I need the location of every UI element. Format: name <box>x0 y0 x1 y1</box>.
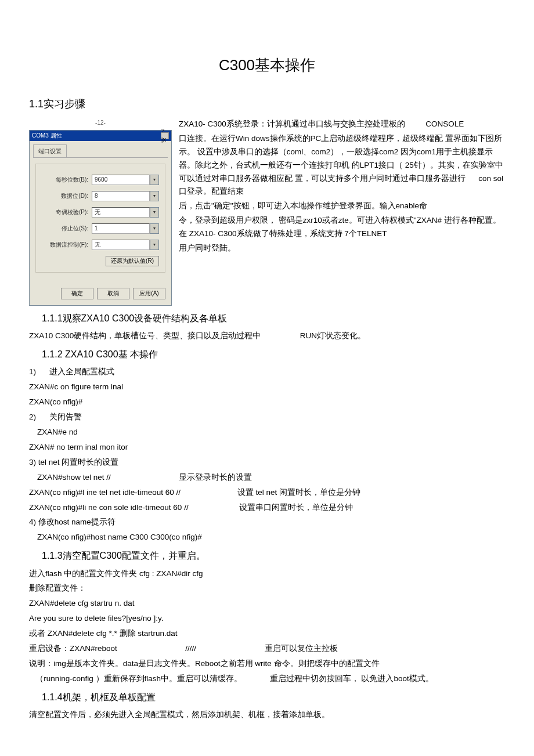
intro-word-console: CONSOLE <box>425 120 464 128</box>
step-num: 1) <box>29 367 36 376</box>
cancel-button[interactable]: 取消 <box>97 288 129 299</box>
chevron-down-icon[interactable]: ▾ <box>150 207 159 218</box>
cli-line: 重启设备：ZXAN#reboot <box>29 644 117 653</box>
chevron-down-icon[interactable]: ▾ <box>150 223 159 234</box>
dialog-titlebar: COM3 属性 ?|X <box>30 131 171 141</box>
s111-text: ZXA10 C300硬件结构，单板槽位号、类型、接口以及启动过程中 <box>29 331 261 340</box>
page-num: -12- <box>29 118 172 128</box>
s113-line: 删除配置文件： <box>29 582 505 595</box>
s111-run: RUN灯状态变化。 <box>300 331 366 340</box>
step-title: 关闭告警 <box>49 413 82 421</box>
s113-line: 重启过程中切勿按回车， 以免进入boot模式。 <box>270 674 434 683</box>
cli-line: ZXAN(co nfig)# <box>29 396 505 409</box>
page-title: C300基本操作 <box>29 52 505 78</box>
data-bits-label: 数据位(D): <box>42 191 92 201</box>
intro-line: 口连接。在运行Win dows操作系统的PC上启动超级终端程序，超级终端配 置界… <box>179 134 503 183</box>
cli-comment: 重启可以复位主控板 <box>265 644 338 653</box>
cli-line: ZXAN#show tel net // <box>37 473 111 482</box>
data-bits-select[interactable]: 8 <box>92 191 150 201</box>
cli-line: ZXAN(co nfig)#host name C300 C300(co nfi… <box>37 531 505 544</box>
intro-line: 用户同时登陆。 <box>179 242 505 255</box>
s113-line: 或者 ZXAN#delete cfg *.* 删除 startrun.dat <box>29 627 505 641</box>
apply-button[interactable]: 应用(A) <box>133 288 165 299</box>
dialog-title: COM3 属性 <box>32 131 62 140</box>
cli-comment: 显示登录时长的设置 <box>179 473 252 482</box>
s114-line: 清空配置文件后，必须先进入全局配置模式，然后添加机架、机框，接着添加单板。 <box>29 708 505 722</box>
s113-line: 进入flash 中的配置文件文件夹 cfg : ZXAN#dir cfg <box>29 567 505 581</box>
cli-line: ZXAN#c on figure term inal <box>29 381 505 394</box>
chevron-down-icon[interactable]: ▾ <box>150 191 159 201</box>
cli-line: ZXAN# no term inal mon itor <box>29 441 505 454</box>
cli-comment: 设置 tel net 闲置时长，单位是分钟 <box>237 488 360 497</box>
parity-select[interactable]: 无 <box>92 207 150 218</box>
step-title: 4) 修改host name提示符 <box>29 516 505 529</box>
cli-line: ZXAN#delete cfg startru n. dat <box>29 597 505 610</box>
dialog-tab-bar: 端口设置 <box>33 144 168 158</box>
cli-line: ///// <box>185 644 196 653</box>
stop-bits-select[interactable]: 1 <box>92 223 150 234</box>
close-icon[interactable]: ?|X <box>161 132 169 139</box>
section-1-1-2: 1.1.2 ZXA10 C300基 本操作 <box>42 346 505 362</box>
cli-line: ZXAN(co nfig)#l ine tel net idle-timeout… <box>29 488 181 497</box>
com-properties-dialog: COM3 属性 ?|X 端口设置 每秒位数(B): 9600 ▾ 数据位 <box>29 130 172 306</box>
section-1-1: 1.1实习步骤 <box>29 95 505 113</box>
cli-line: Are you sure to delete files?[yes/no ]:y… <box>29 612 505 625</box>
intro-line: 后，点击"确定"按钮，即可进入本地操作维护登录界面。输入enable命 <box>179 200 505 213</box>
chevron-down-icon[interactable]: ▾ <box>150 175 159 185</box>
step-num: 2) <box>29 413 36 421</box>
section-1-1-1: 1.1.1观察ZXA10 C300设备硬件结构及各单板 <box>42 310 505 326</box>
tab-port-settings[interactable]: 端口设置 <box>33 144 67 157</box>
intro-line: ZXA10- C300系统登录：计算机通过串口线与交换主控处理板的 <box>179 120 405 128</box>
step-title: 3) tel net 闲置时长的设置 <box>29 456 505 469</box>
flow-control-select[interactable]: 无 <box>92 240 150 250</box>
chevron-down-icon[interactable]: ▾ <box>150 240 159 250</box>
s113-line: （running-config ）重新保存到flash中。重启可以清缓存。 <box>35 674 242 683</box>
ok-button[interactable]: 确定 <box>61 288 93 299</box>
parity-label: 奇偶校验(P): <box>42 207 92 217</box>
restore-defaults-button[interactable]: 还原为默认值(R) <box>106 256 159 266</box>
baud-label: 每秒位数(B): <box>42 175 92 185</box>
cli-line: ZXAN(co nfig)#li ne con sole idle-timeou… <box>29 503 189 512</box>
baud-select[interactable]: 9600 <box>92 175 150 185</box>
section-1-1-4: 1.1.4机架，机框及单板配置 <box>42 689 505 705</box>
s113-line: 说明：img是版本文件夹。data是日志文件夹。Reboot之前若用 write… <box>29 657 505 671</box>
intro-line: 令，登录到超级用户权限， 密码是zxr10或者zte。可进入特权模式"ZXAN#… <box>179 214 505 241</box>
cli-line: ZXAN#e nd <box>37 426 505 439</box>
step-title: 进入全局配置模式 <box>49 367 114 376</box>
stop-bits-label: 停止位(S): <box>42 223 92 233</box>
settings-group: 每秒位数(B): 9600 ▾ 数据位(D): 8 ▾ <box>35 164 165 273</box>
cli-comment: 设置串口闲置时长，单位是分钟 <box>239 503 353 512</box>
intro-text: ZXA10- C300系统登录：计算机通过串口线与交换主控处理板的 CONSOL… <box>179 118 505 256</box>
section-1-1-3: 1.1.3清空配置C300配置文件，并重启。 <box>42 548 505 563</box>
flow-control-label: 数据流控制(F): <box>42 240 92 249</box>
